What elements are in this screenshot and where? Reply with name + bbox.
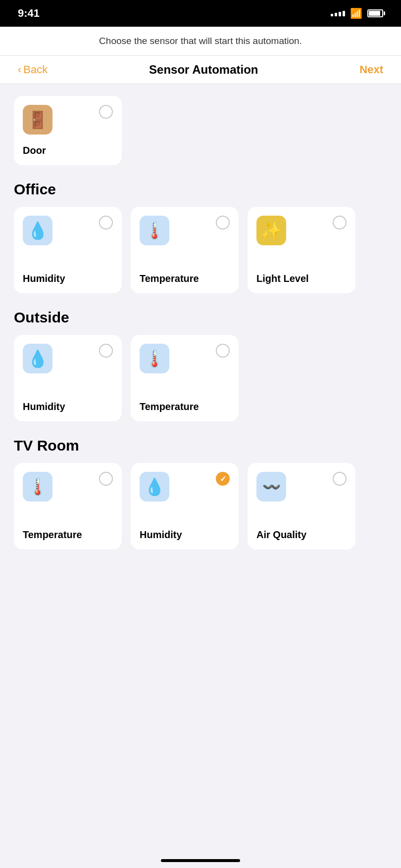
wifi-icon: 📶 (350, 7, 362, 19)
card-top: 〰️ (256, 472, 347, 502)
temperature-icon-box: 🌡️ (23, 472, 52, 502)
card-top: 💧 (140, 472, 230, 502)
outside-section-title: Outside (14, 309, 387, 326)
tvroom-humidity-label: Humidity (140, 529, 230, 541)
back-button[interactable]: ‹ Back (18, 63, 48, 76)
page-title: Sensor Automation (149, 63, 258, 77)
outside-humidity-label: Humidity (23, 401, 113, 412)
office-section-title: Office (14, 181, 387, 198)
nav-bar: ‹ Back Sensor Automation Next (0, 56, 401, 84)
status-bar: 9:41 📶 (0, 0, 401, 27)
humidity-icon-box: 💧 (23, 344, 52, 373)
door-card[interactable]: 🚪 Door (14, 96, 122, 165)
office-humidity-radio[interactable] (99, 216, 113, 229)
humidity-icon: 💧 (144, 477, 165, 497)
airquality-icon-box: 〰️ (256, 472, 286, 502)
outside-temperature-radio[interactable] (216, 344, 230, 358)
tvroom-airquality-radio[interactable] (333, 472, 347, 486)
card-top: 🌡️ (140, 216, 230, 245)
temperature-icon: 🌡️ (27, 477, 48, 497)
status-icons: 📶 (331, 7, 383, 19)
tvroom-airquality-card[interactable]: 〰️ Air Quality (248, 463, 355, 549)
tvroom-section-title: TV Room (14, 437, 387, 454)
tvroom-airquality-label: Air Quality (256, 529, 347, 541)
temperature-icon-box: 🌡️ (140, 344, 169, 373)
light-icon-box: ✨ (256, 216, 286, 245)
office-grid: 💧 Humidity 🌡️ Temperature ✨ Lig (14, 207, 387, 293)
card-top: ✨ (256, 216, 347, 245)
office-temperature-radio[interactable] (216, 216, 230, 229)
tvroom-temperature-label: Temperature (23, 529, 113, 541)
door-icon: 🚪 (27, 110, 48, 130)
content-area: 🚪 Door Office 💧 Humidity 🌡️ (0, 96, 401, 579)
door-label: Door (23, 145, 113, 156)
humidity-icon-box: 💧 (23, 216, 52, 245)
airquality-icon: 〰️ (262, 478, 281, 496)
office-light-label: Light Level (256, 273, 347, 284)
card-top: 💧 (23, 344, 113, 373)
outside-temperature-label: Temperature (140, 401, 230, 412)
home-indicator (161, 859, 240, 862)
card-top: 🌡️ (23, 472, 113, 502)
office-light-radio[interactable] (333, 216, 347, 229)
temperature-icon: 🌡️ (144, 221, 165, 240)
outside-grid: 💧 Humidity 🌡️ Temperature (14, 335, 387, 421)
back-label: Back (23, 63, 48, 76)
next-button[interactable]: Next (359, 63, 383, 76)
status-time: 9:41 (18, 7, 40, 20)
chevron-left-icon: ‹ (18, 63, 21, 76)
light-icon: ✨ (261, 221, 282, 240)
card-top: 🌡️ (140, 344, 230, 373)
office-light-card[interactable]: ✨ Light Level (248, 207, 355, 293)
outside-temperature-card[interactable]: 🌡️ Temperature (131, 335, 239, 421)
tvroom-temperature-card[interactable]: 🌡️ Temperature (14, 463, 122, 549)
office-temperature-label: Temperature (140, 273, 230, 284)
humidity-icon-box: 💧 (140, 472, 169, 502)
door-radio[interactable] (99, 105, 113, 119)
outside-humidity-card[interactable]: 💧 Humidity (14, 335, 122, 421)
outside-humidity-radio[interactable] (99, 344, 113, 358)
door-row: 🚪 Door (14, 96, 387, 165)
tvroom-humidity-card[interactable]: 💧 Humidity (131, 463, 239, 549)
humidity-icon: 💧 (27, 221, 48, 240)
office-temperature-card[interactable]: 🌡️ Temperature (131, 207, 239, 293)
battery-icon (367, 9, 383, 17)
humidity-icon: 💧 (27, 349, 48, 368)
door-icon-box: 🚪 (23, 105, 52, 135)
temperature-icon-box: 🌡️ (140, 216, 169, 245)
office-humidity-label: Humidity (23, 273, 113, 284)
card-top: 💧 (23, 216, 113, 245)
tvroom-humidity-radio[interactable] (216, 472, 230, 486)
temperature-icon: 🌡️ (144, 349, 165, 368)
subtitle-text: Choose the sensor that will start this a… (0, 27, 401, 56)
signal-icon (331, 11, 345, 16)
tvroom-temperature-radio[interactable] (99, 472, 113, 486)
door-card-top: 🚪 (23, 105, 113, 135)
tvroom-grid: 🌡️ Temperature 💧 Humidity 〰️ Ai (14, 463, 387, 549)
office-humidity-card[interactable]: 💧 Humidity (14, 207, 122, 293)
